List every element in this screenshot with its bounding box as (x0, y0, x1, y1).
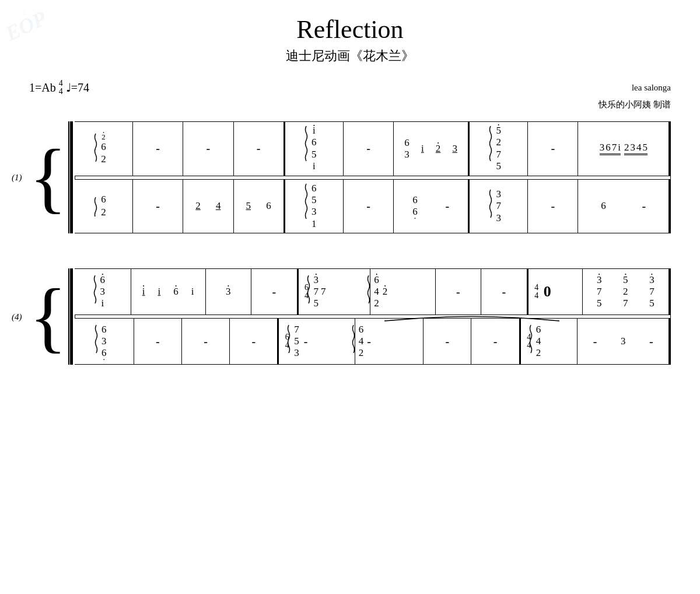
t2m3: ·3 (206, 269, 252, 315)
group1-underlines: 3 6 7 i (600, 142, 621, 154)
arp-s2-3 (366, 274, 372, 303)
b-note-6: 6 (101, 193, 106, 206)
t2-n2-chord: 2 (374, 298, 379, 309)
rest-3: - (257, 142, 261, 155)
b-n6-top: 6 (412, 194, 418, 206)
b-note-2ul: 2 (195, 200, 201, 212)
svg-text:♪: ♪ (21, 8, 27, 17)
tempo-label: ♩=74 (66, 81, 89, 95)
b2m4: - (230, 319, 278, 364)
s2-gap (75, 315, 671, 318)
b-note-6b: 6 (266, 200, 271, 212)
note-2-ul-dot: ·2 (436, 143, 441, 155)
b1m4: 5 6 (234, 180, 284, 233)
t1m7-chord: 6 3 (404, 137, 410, 160)
t2-n3-chord: ·3 (314, 274, 319, 286)
b1m2: - (133, 180, 183, 233)
b1m9: - (528, 180, 578, 233)
b2-n6: 6 (102, 324, 107, 336)
arp-s2-b4 (528, 324, 534, 353)
n5g: 5 (642, 142, 648, 153)
c3-n7: 7 (649, 286, 654, 298)
arp-s2-2 (306, 274, 312, 303)
treble-measures-row: ·2 6 2 - - - (75, 121, 671, 176)
b-rest-2: - (366, 200, 370, 213)
t2m10-c1: ·3 7 5 (597, 274, 602, 310)
b2m9: 4 4 6 4 2 (521, 319, 578, 364)
t2m2: ·i i ·6 i (131, 269, 206, 315)
note-7: 7 (496, 149, 501, 160)
t1m10: 3 6 7 i 2 3 (578, 122, 671, 176)
t2-n2-dot: ·2 (383, 286, 388, 298)
b2-n7: 7 (294, 324, 299, 336)
b-note-5ul: 5 (246, 200, 251, 212)
t1m4: - (234, 122, 284, 176)
t2m10-c2: ·5 2 7 (623, 274, 628, 310)
arp-s2-b1 (93, 324, 99, 356)
b2m6-chord: 6 4 2 (359, 324, 364, 359)
slur-arc (384, 312, 559, 324)
score-subtitle: 迪士尼动画《花木兰》 (29, 47, 671, 65)
brace-area: { (29, 121, 67, 233)
n7: 7 (612, 142, 617, 153)
note-6t: 6 (404, 137, 410, 149)
t2m9: 4 4 0 (528, 269, 583, 315)
b2m6-n6: 6 (359, 324, 364, 336)
t2-n7-single: 7 (321, 286, 326, 298)
t2-timesig-4-4: 4 4 (532, 284, 541, 300)
n2g: 2 (624, 142, 629, 153)
t2m8: - (481, 269, 527, 315)
t2m10-c3: ·3 7 5 (649, 274, 654, 310)
arp-s2-1 (92, 274, 98, 303)
s2-treble-measures: ·6 3 i ·i i ·6 i (75, 268, 671, 315)
t1m1: ·2 6 2 (75, 122, 133, 176)
arranger: 快乐的小阿姨 制谱 (598, 96, 671, 113)
t2-note-0: 0 (544, 283, 551, 301)
b2m8: - (471, 319, 519, 364)
note-i2: i (313, 160, 316, 172)
t2-n5-chord: 5 (314, 298, 319, 309)
t1m5: ·i 6 5 i (285, 122, 344, 176)
note-i-dot: ·i (313, 125, 316, 137)
n6: 6 (606, 142, 611, 153)
b2m7: - (424, 319, 471, 364)
time-den: 4 (59, 88, 63, 96)
b2m2: - (134, 319, 182, 364)
b2-n6-dot: 6· (102, 347, 107, 359)
group2-wrapper: 2 3 4 5 (624, 142, 648, 155)
score-title: Reflection (29, 15, 671, 44)
b2m9-n2: 2 (536, 347, 541, 359)
b-n7-3: 7 (496, 200, 501, 212)
t1m2: - (133, 122, 183, 176)
note-6: 6 (101, 141, 106, 153)
b-n6-final: 6 (601, 200, 606, 212)
c3-n3: ·3 (649, 274, 654, 286)
t2m4: - (251, 269, 298, 315)
ts2-den-4: 4 (534, 292, 538, 300)
b1m6: - (344, 180, 394, 233)
init-double-bar (68, 121, 73, 233)
t2-rest-3: - (502, 285, 506, 299)
b2m9-n6: 6 (536, 324, 541, 336)
note-3t: 3 (404, 149, 410, 160)
b1m3: 2 4 (183, 180, 233, 233)
b2-rest-2: - (204, 335, 208, 348)
t2-n4-chord: 4 (374, 286, 379, 298)
b1m8-chord: 3 7 3 (496, 188, 501, 224)
ni: i (618, 142, 621, 153)
b-n6-bot: 6· (412, 206, 418, 218)
b-n3-4: 3 (496, 212, 501, 224)
performer: lea salonga (598, 79, 671, 96)
staves-wrapper: ·2 6 2 - - - (75, 121, 671, 233)
arp-s2-b3 (351, 324, 356, 353)
b-rest-5: - (642, 200, 646, 213)
b-note-4ul: 4 (216, 200, 221, 212)
note-5b: 5 (496, 160, 501, 172)
b1m1: 6 2 (75, 180, 133, 233)
note-2-2: 2 (496, 137, 501, 148)
b2m10: - 3 - (578, 319, 671, 364)
t1m6: - (344, 122, 394, 176)
system-2-number: (4) (12, 312, 22, 322)
c1-n7: 7 (597, 286, 602, 298)
n3: 3 (600, 142, 605, 153)
